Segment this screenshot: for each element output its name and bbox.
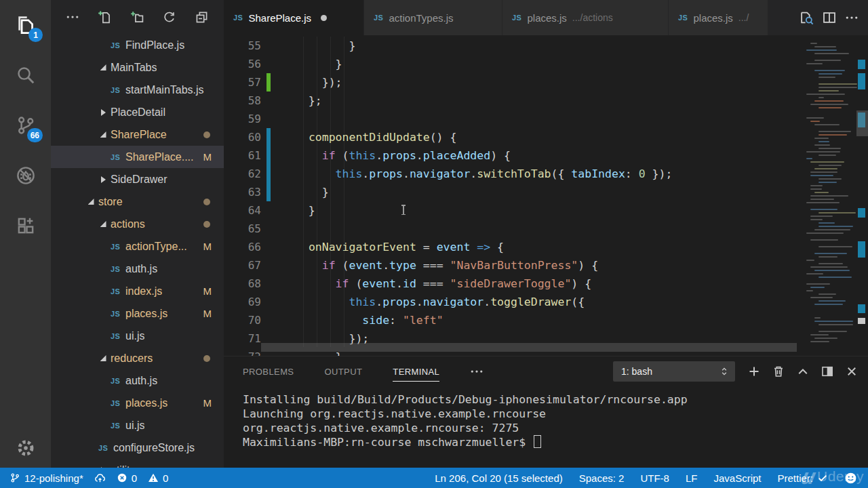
split-editor-icon[interactable]: [822, 10, 837, 25]
more-actions-icon[interactable]: [470, 365, 484, 378]
code-line-63[interactable]: 63 }: [224, 183, 804, 201]
js-file-icon: JS: [111, 153, 125, 161]
panel-tab-problems[interactable]: PROBLEMS: [243, 357, 294, 386]
formatter-status[interactable]: Prettier:: [777, 472, 828, 484]
tab-places-js[interactable]: JS places.js .../actions: [502, 0, 669, 35]
line-number[interactable]: 62: [224, 165, 267, 183]
panel-layout-icon[interactable]: [821, 365, 834, 378]
line-number[interactable]: 72: [224, 348, 267, 356]
code-line-58[interactable]: 58 };: [224, 92, 804, 110]
line-number[interactable]: 61: [224, 146, 267, 165]
line-number[interactable]: 60: [224, 128, 267, 146]
code-line-62[interactable]: 62 this.props.navigator.switchToTab({ ta…: [224, 165, 804, 183]
code-line-64[interactable]: 64 }: [224, 201, 804, 220]
tree-item-ui-js[interactable]: JSui.js: [51, 414, 224, 436]
tree-item-findplace-js[interactable]: JSFindPlace.js: [51, 34, 224, 56]
error-count[interactable]: 0: [117, 472, 137, 484]
close-icon[interactable]: [845, 365, 859, 378]
code-line-60[interactable]: 60 componentDidUpdate() {: [224, 128, 804, 146]
activity-files[interactable]: 1: [0, 0, 51, 50]
tree-item-shareplace-[interactable]: JSSharePlace....M: [51, 146, 224, 168]
horizontal-scrollbar[interactable]: [261, 343, 797, 352]
tree-item-auth-js[interactable]: JSauth.js: [51, 258, 224, 280]
tree-item-index-js[interactable]: JSindex.jsM: [51, 280, 224, 302]
panel-tab-output[interactable]: OUTPUT: [324, 357, 362, 386]
code-line-66[interactable]: 66 onNavigatorEvent = event => {: [224, 238, 804, 256]
activity-search[interactable]: [0, 50, 51, 100]
indentation[interactable]: Spaces: 2: [579, 472, 625, 484]
terminal-output[interactable]: Installing build/Build/Products/Debug-ip…: [243, 386, 861, 468]
tree-item-places-js[interactable]: JSplaces.jsM: [51, 302, 224, 325]
tree-item-reducers[interactable]: reducers: [51, 347, 224, 369]
editor[interactable]: 55 } 56 } 57 }); 58 }; 59 60 componentDi…: [224, 35, 868, 356]
code-line-57[interactable]: 57 });: [224, 73, 804, 92]
tree-item-shareplace[interactable]: SharePlace: [51, 123, 224, 146]
code-line-59[interactable]: 59: [224, 110, 804, 128]
trash-icon[interactable]: [772, 365, 785, 378]
code-line-68[interactable]: 68 if (event.id === "sideDrawerToggle") …: [224, 274, 804, 293]
line-number[interactable]: 67: [224, 256, 267, 274]
sync-status[interactable]: [94, 472, 106, 484]
tree-item-auth-js[interactable]: JSauth.js: [51, 369, 224, 392]
chevron-up-icon[interactable]: [796, 365, 810, 378]
tree-item-places-js[interactable]: JSplaces.jsM: [51, 392, 224, 414]
new-folder-icon[interactable]: [130, 10, 144, 24]
new-file-icon[interactable]: [98, 10, 112, 24]
line-number[interactable]: 57: [224, 73, 267, 92]
tree-item-maintabs[interactable]: MainTabs: [51, 56, 224, 79]
tree-item-utility[interactable]: utility: [51, 459, 224, 468]
code-line-70[interactable]: 70 side: "left": [224, 311, 804, 329]
activity-settings[interactable]: [0, 438, 51, 458]
activity-debug[interactable]: [0, 150, 51, 201]
tree-item-configurestore-js[interactable]: JSconfigureStore.js: [51, 436, 224, 459]
tab-shareplace-js[interactable]: JS SharePlace.js: [224, 0, 364, 35]
tab-actiontypes-js[interactable]: JS actionTypes.js: [364, 0, 502, 35]
tree-item-placedetail[interactable]: PlaceDetail: [51, 101, 224, 123]
code-line-65[interactable]: 65: [224, 220, 804, 238]
line-number[interactable]: 59: [224, 110, 267, 128]
feedback-smiley[interactable]: [844, 472, 857, 485]
line-number[interactable]: 56: [224, 55, 267, 73]
tree-item-actiontype-[interactable]: JSactionType...M: [51, 235, 224, 258]
tab-places-js[interactable]: JS places.js .../: [669, 0, 768, 35]
tree-item-ui-js[interactable]: JSui.js: [51, 325, 224, 347]
panel-tab-terminal[interactable]: TERMINAL: [393, 357, 439, 386]
more-actions-icon[interactable]: [66, 10, 79, 24]
code-area[interactable]: 55 } 56 } 57 }); 58 }; 59 60 componentDi…: [224, 37, 804, 356]
code-line-69[interactable]: 69 this.props.navigator.toggleDrawer({: [224, 293, 804, 311]
code-line-61[interactable]: 61 if (this.props.placeAdded) {: [224, 146, 804, 165]
open-changes-icon[interactable]: [799, 10, 814, 25]
git-branch-status[interactable]: 12-polishing*: [9, 472, 83, 484]
tree-item-actions[interactable]: actions: [51, 213, 224, 235]
cursor-position[interactable]: Ln 206, Col 20 (15 selected): [435, 472, 562, 484]
line-number[interactable]: 69: [224, 293, 267, 311]
eol[interactable]: LF: [686, 472, 698, 484]
collapse-folders-icon[interactable]: [195, 10, 209, 24]
refresh-icon[interactable]: [162, 10, 176, 24]
line-number[interactable]: 66: [224, 238, 267, 256]
tree-item-sidedrawer[interactable]: SideDrawer: [51, 168, 224, 190]
encoding[interactable]: UTF-8: [640, 472, 669, 484]
activity-source-control[interactable]: 66: [0, 100, 51, 150]
tree-item-startmaintabs-js[interactable]: JSstartMainTabs.js: [51, 79, 224, 101]
plus-icon[interactable]: [747, 365, 761, 378]
tree-item-store[interactable]: store: [51, 190, 224, 213]
code-line-56[interactable]: 56 }: [224, 55, 804, 73]
more-actions-icon[interactable]: [845, 11, 859, 24]
minimap[interactable]: [805, 37, 856, 356]
line-number[interactable]: 63: [224, 183, 267, 201]
shell-selector[interactable]: 1: bash: [613, 361, 735, 382]
line-number[interactable]: 65: [224, 220, 267, 238]
language-mode[interactable]: JavaScript: [713, 472, 761, 484]
activity-extensions[interactable]: [0, 201, 51, 251]
code-line-67[interactable]: 67 if (event.type === "NavBarButtonPress…: [224, 256, 804, 274]
warning-count[interactable]: 0: [148, 472, 168, 484]
code-line-55[interactable]: 55 }: [224, 37, 804, 55]
line-number[interactable]: 55: [224, 37, 267, 55]
vertical-scrollbar[interactable]: [856, 110, 868, 136]
line-number[interactable]: 68: [224, 274, 267, 293]
line-number[interactable]: 58: [224, 92, 267, 110]
line-number[interactable]: 71: [224, 329, 267, 348]
line-number[interactable]: 64: [224, 201, 267, 220]
line-number[interactable]: 70: [224, 311, 267, 329]
